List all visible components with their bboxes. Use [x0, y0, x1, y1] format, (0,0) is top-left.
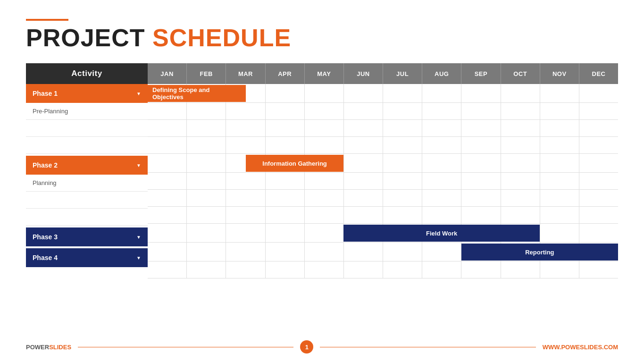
phase1-sub1: Pre-Planning	[26, 103, 148, 120]
phase3-block: Phase 3 ▼	[26, 227, 148, 246]
month-cell-dec: DEC	[579, 63, 618, 84]
gantt-cell-phase2-sub1-gantt-5	[344, 173, 383, 189]
month-cell-aug: AUG	[422, 63, 461, 84]
month-cell-mar: MAR	[226, 63, 265, 84]
gantt-cell-phase2-sub1-gantt-1	[187, 173, 226, 189]
phase4-header-gantt	[148, 243, 618, 261]
gantt-cell-phase1-empty1-gantt-6	[383, 120, 422, 136]
footer-line-left	[78, 347, 293, 347]
gantt-cell-phase1-sub1-gantt-5	[344, 103, 383, 119]
gantt-cell-phase4-header-gantt-7	[422, 243, 461, 261]
phase2-empty1	[26, 192, 148, 209]
phase2-row[interactable]: Phase 2 ▼	[26, 156, 148, 175]
gantt-cell-phase4-header-gantt-6	[383, 243, 422, 261]
month-header-row: JANFEBMARAPRMAYJUNJULAUGSEPOCTNOVDEC	[148, 63, 618, 84]
main-title: PROJECT SCHEDULE	[26, 25, 618, 50]
month-cell-jul: JUL	[383, 63, 422, 84]
gantt-cell-phase1-header-gantt-2	[226, 84, 265, 102]
gantt-body: Defining Scope and ObjectivesInformation…	[148, 84, 618, 278]
title-word1: PROJECT	[26, 24, 145, 51]
phase1-chevron-icon: ▼	[136, 91, 141, 96]
title-word2: SCHEDULE	[152, 24, 291, 51]
gantt-cell-phase1-header-gantt-11	[579, 84, 618, 102]
gantt-cell-phase1-empty1-gantt-11	[579, 120, 618, 136]
activity-header: Activity	[26, 63, 148, 84]
gantt-cell-phase2-empty2-gantt-2	[226, 207, 265, 223]
gantt-cell-phase2-header-gantt-1	[187, 154, 226, 172]
phase2-empty1-gantt	[148, 190, 618, 207]
gantt-cell-phase1-header-gantt-9	[501, 84, 540, 102]
gantt-cell-phase4-header-gantt-2	[226, 243, 265, 261]
gantt-cell-phase2-header-gantt-3	[266, 154, 305, 172]
gantt-cell-phase3-header-gantt-3	[266, 224, 305, 242]
phase4-row[interactable]: Phase 4 ▼	[26, 248, 148, 267]
gantt-cell-phase1-empty2-gantt-10	[540, 137, 579, 153]
month-cell-jun: JUN	[344, 63, 383, 84]
page: PROJECT SCHEDULE Activity Phase 1 ▼ Pre-…	[0, 0, 644, 362]
month-cell-may: MAY	[305, 63, 344, 84]
gantt-cell-phase1-empty2-gantt-1	[187, 137, 226, 153]
schedule-container: Activity Phase 1 ▼ Pre-Planning Phase 2 …	[26, 63, 618, 278]
gantt-cell-phase2-header-gantt-2	[226, 154, 265, 172]
phase2-chevron-icon: ▼	[136, 163, 141, 168]
gantt-cell-phase1-sub1-gantt-2	[226, 103, 265, 119]
title-section: PROJECT SCHEDULE	[26, 19, 618, 50]
gantt-cell-phase1-empty2-gantt-8	[461, 137, 501, 153]
phase3-row[interactable]: Phase 3 ▼	[26, 227, 148, 246]
phase4-chevron-icon: ▼	[136, 255, 141, 261]
phase2-label: Phase 2	[33, 161, 58, 169]
gantt-cell-phase1-empty1-gantt-2	[226, 120, 265, 136]
gantt-cell-phase1-header-gantt-7	[422, 84, 461, 102]
gantt-cell-phase1-sub1-gantt-10	[540, 103, 579, 119]
phase1-empty2-gantt	[148, 137, 618, 154]
gantt-cell-phase2-empty1-gantt-9	[501, 190, 540, 206]
gantt-cell-phase3-header-gantt-1	[187, 224, 226, 242]
phase1-empty1	[26, 120, 148, 137]
gantt-cell-phase2-empty2-gantt-10	[540, 207, 579, 223]
title-accent-line	[26, 19, 68, 21]
gantt-cell-phase1-empty2-gantt-6	[383, 137, 422, 153]
month-cell-apr: APR	[266, 63, 305, 84]
gantt-cell-extra-empty-gantt-2	[226, 261, 265, 278]
footer: POWERSLIDES 1 WWW.POWESLIDES.COM	[26, 340, 618, 354]
gantt-cell-phase1-sub1-gantt-1	[187, 103, 226, 119]
gantt-cell-phase4-header-gantt-0	[148, 243, 187, 261]
gantt-cell-phase2-empty1-gantt-8	[461, 190, 501, 206]
gantt-cell-phase2-header-gantt-8	[461, 154, 501, 172]
gantt-cell-extra-empty-gantt-1	[187, 261, 226, 278]
phase2-block: Phase 2 ▼ Planning	[26, 156, 148, 226]
gantt-cell-extra-empty-gantt-5	[344, 261, 383, 278]
gantt-cell-phase1-sub1-gantt-7	[422, 103, 461, 119]
gantt-cell-extra-empty-gantt-8	[461, 261, 501, 278]
gantt-cell-phase1-empty1-gantt-0	[148, 120, 187, 136]
phase4-block: Phase 4 ▼	[26, 248, 148, 267]
footer-line-right	[320, 347, 535, 347]
phase2-sub1: Planning	[26, 175, 148, 192]
gantt-cell-phase2-header-gantt-6	[383, 154, 422, 172]
gantt-cell-extra-empty-gantt-3	[266, 261, 305, 278]
gantt-cell-phase2-header-gantt-5	[344, 154, 383, 172]
phase1-row[interactable]: Phase 1 ▼	[26, 84, 148, 103]
gantt-cell-phase4-header-gantt-5	[344, 243, 383, 261]
gantt-cell-phase2-sub1-gantt-9	[501, 173, 540, 189]
gantt-cell-phase1-header-gantt-1	[187, 84, 226, 102]
gantt-cell-phase2-sub1-gantt-11	[579, 173, 618, 189]
gantt-cell-phase2-sub1-gantt-0	[148, 173, 187, 189]
gantt-cell-phase1-sub1-gantt-8	[461, 103, 501, 119]
gantt-cell-phase1-empty2-gantt-3	[266, 137, 305, 153]
gantt-cell-phase2-empty2-gantt-6	[383, 207, 422, 223]
gantt-cell-phase2-header-gantt-7	[422, 154, 461, 172]
gantt-cell-phase4-header-gantt-4	[305, 243, 344, 261]
gantt-cell-phase2-header-gantt-10	[540, 154, 579, 172]
phase3-label: Phase 3	[33, 233, 58, 241]
gantt-cell-phase1-empty1-gantt-9	[501, 120, 540, 136]
gantt-cell-phase1-sub1-gantt-6	[383, 103, 422, 119]
gantt-cell-phase4-header-gantt-9	[501, 243, 540, 261]
activity-column: Activity Phase 1 ▼ Pre-Planning Phase 2 …	[26, 63, 148, 278]
footer-brand-accent: SLIDES	[49, 344, 71, 351]
gantt-cell-phase3-header-gantt-10	[540, 224, 579, 242]
gantt-cell-extra-empty-gantt-10	[540, 261, 579, 278]
gantt-cell-phase3-header-gantt-4	[305, 224, 344, 242]
month-cell-oct: OCT	[501, 63, 540, 84]
phase3-header-gantt	[148, 224, 618, 243]
